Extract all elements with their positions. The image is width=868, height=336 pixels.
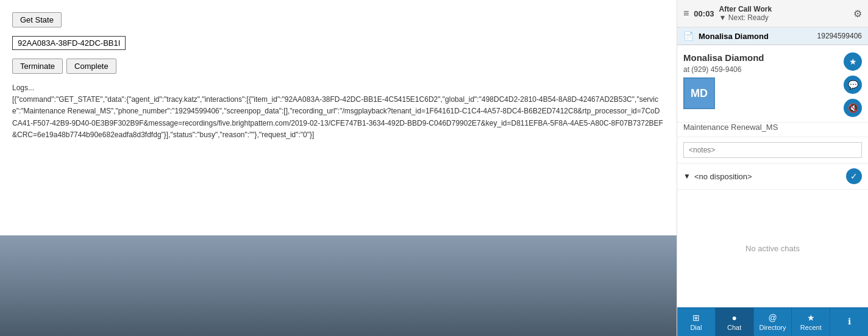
recent-icon: ★ bbox=[807, 313, 815, 323]
star-button[interactable]: ★ bbox=[844, 52, 862, 71]
settings-gear-icon[interactable]: ⚙ bbox=[853, 8, 862, 20]
complete-button[interactable]: Complete bbox=[66, 59, 116, 74]
disposition-arrow-icon: ▼ bbox=[683, 172, 691, 181]
notes-section bbox=[677, 137, 868, 163]
tab-chat-label: Chat bbox=[727, 324, 741, 331]
disposition-label: <no disposition> bbox=[694, 172, 842, 181]
contact-phone-number: at (929) 459-9406 bbox=[683, 65, 838, 74]
contact-avatar: MD bbox=[683, 77, 715, 109]
contact-info-bar: 📄 Monalisa Diamond 19294599406 bbox=[677, 27, 868, 45]
tab-directory-label: Directory bbox=[759, 324, 786, 331]
message-button[interactable]: 💬 bbox=[844, 76, 862, 94]
contact-actions: ★ 💬 🔇 bbox=[844, 52, 862, 117]
disposition-row: ▼ <no disposition> ✓ bbox=[677, 163, 868, 190]
tab-chat[interactable]: ● Chat bbox=[716, 308, 754, 336]
tab-recent[interactable]: ★ Recent bbox=[792, 308, 830, 336]
info-icon: ℹ bbox=[848, 316, 851, 326]
get-state-button[interactable]: Get State bbox=[12, 12, 62, 27]
tab-directory[interactable]: @ Directory bbox=[754, 308, 792, 336]
session-id-display: 92AA083A-38FD-42DC-BB1I bbox=[12, 36, 126, 50]
logs-content: [{"command":"GET_STATE","data":{"agent_i… bbox=[12, 94, 664, 141]
directory-icon: @ bbox=[768, 313, 777, 323]
lines-icon: ≡ bbox=[683, 8, 689, 19]
panel-header: ≡ 00:03 After Call Work ▼ Next: Ready ⚙ bbox=[677, 0, 868, 27]
tab-info[interactable]: ℹ bbox=[830, 308, 868, 336]
contact-detail-section: Monalisa Diamond at (929) 459-9406 MD ★ … bbox=[677, 45, 868, 123]
logs-area: Logs... [{"command":"GET_STATE","data":{… bbox=[12, 82, 664, 141]
status-next-ready: ▼ Next: Ready bbox=[719, 13, 848, 22]
notes-input[interactable] bbox=[683, 142, 862, 158]
no-active-chats-label: No active chats bbox=[745, 244, 800, 253]
mute-button[interactable]: 🔇 bbox=[844, 99, 862, 117]
right-panel: ≡ 00:03 After Call Work ▼ Next: Ready ⚙ … bbox=[677, 0, 868, 336]
contact-bar-name: Monalisa Diamond bbox=[699, 32, 813, 41]
tab-dial[interactable]: ⊞ Dial bbox=[677, 308, 716, 336]
chat-icon: ● bbox=[731, 313, 736, 323]
call-timer: 00:03 bbox=[694, 9, 714, 18]
tab-dial-label: Dial bbox=[690, 324, 702, 331]
status-display: After Call Work ▼ Next: Ready bbox=[719, 5, 848, 22]
contact-full-name: Monalisa Diamond bbox=[683, 52, 838, 63]
logs-label: Logs... bbox=[12, 82, 664, 94]
chat-content-area: No active chats bbox=[677, 190, 868, 307]
tab-recent-label: Recent bbox=[800, 324, 822, 331]
dial-icon: ⊞ bbox=[692, 313, 700, 323]
bottom-nav: ⊞ Dial ● Chat @ Directory ★ Recent ℹ bbox=[677, 307, 868, 336]
contact-service-label: Maintenance Renewal_MS bbox=[683, 123, 778, 132]
status-after-call-work: After Call Work bbox=[719, 5, 848, 13]
action-buttons: Terminate Complete bbox=[12, 59, 664, 74]
background-image-area bbox=[0, 235, 677, 336]
contact-bar-number: 19294599406 bbox=[817, 32, 862, 40]
terminate-button[interactable]: Terminate bbox=[12, 59, 63, 74]
disposition-confirm-button[interactable]: ✓ bbox=[846, 168, 862, 184]
contact-doc-icon: 📄 bbox=[683, 31, 694, 41]
